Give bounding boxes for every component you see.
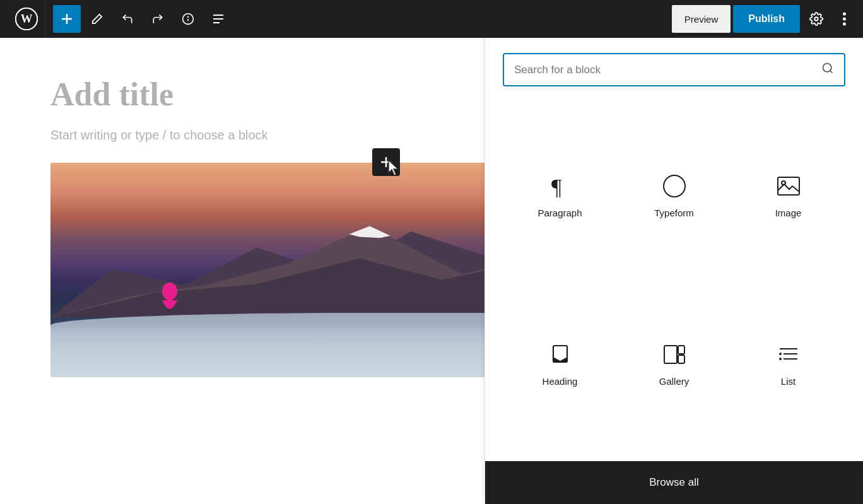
svg-point-13 (843, 23, 846, 26)
paragraph-icon: ¶ (551, 173, 569, 199)
svg-point-11 (843, 13, 846, 16)
svg-rect-29 (664, 346, 677, 363)
svg-point-21 (162, 283, 177, 300)
undo-button[interactable] (114, 5, 141, 33)
paragraph-label: Paragraph (537, 208, 582, 218)
svg-point-10 (814, 17, 818, 21)
svg-point-35 (779, 353, 782, 355)
search-box (503, 53, 845, 86)
svg-line-23 (830, 71, 833, 73)
svg-point-12 (843, 18, 846, 21)
preview-button[interactable]: Preview (672, 5, 731, 33)
block-item-list[interactable]: List (731, 280, 845, 448)
toolbar: W (0, 0, 863, 38)
pencil-button[interactable] (83, 5, 111, 33)
svg-text:W: W (20, 12, 32, 25)
heading-icon (551, 342, 570, 367)
wp-logo: W (8, 0, 45, 38)
gallery-icon (664, 342, 685, 367)
svg-point-22 (823, 64, 831, 72)
block-item-typeform[interactable]: Typeform (617, 112, 731, 280)
redo-button[interactable] (144, 5, 172, 33)
publish-button[interactable]: Publish (733, 5, 800, 33)
svg-rect-31 (678, 355, 684, 363)
svg-rect-25 (778, 177, 799, 195)
more-options-button[interactable] (833, 5, 855, 33)
blocks-grid: ¶ Paragraph Typeform (485, 99, 863, 461)
list-label: List (781, 376, 795, 387)
search-icon (821, 62, 834, 78)
typeform-icon (663, 173, 686, 199)
svg-point-36 (779, 358, 782, 360)
add-block-button[interactable] (53, 5, 81, 33)
search-container (485, 38, 863, 99)
heading-label: Heading (543, 376, 578, 387)
list-icon (778, 342, 799, 367)
svg-text:¶: ¶ (551, 175, 561, 197)
gallery-label: Gallery (659, 376, 690, 387)
browse-all-button[interactable]: Browse all (485, 461, 863, 504)
svg-rect-30 (678, 346, 684, 354)
block-item-paragraph[interactable]: ¶ Paragraph (503, 112, 617, 280)
typeform-label: Typeform (654, 208, 694, 218)
list-view-button[interactable] (204, 5, 232, 33)
block-picker-panel: ¶ Paragraph Typeform (484, 38, 863, 504)
settings-button[interactable] (802, 5, 830, 33)
image-icon (777, 173, 800, 199)
main-area: Add title Start writing or type / to cho… (0, 38, 863, 504)
info-button[interactable] (174, 5, 202, 33)
svg-marker-28 (553, 357, 567, 362)
block-item-gallery[interactable]: Gallery (617, 280, 731, 448)
inline-add-block-button[interactable] (372, 148, 400, 176)
block-item-heading[interactable]: Heading (503, 280, 617, 448)
block-item-image[interactable]: Image (731, 112, 845, 280)
block-search-input[interactable] (514, 64, 815, 76)
image-label: Image (775, 208, 802, 218)
